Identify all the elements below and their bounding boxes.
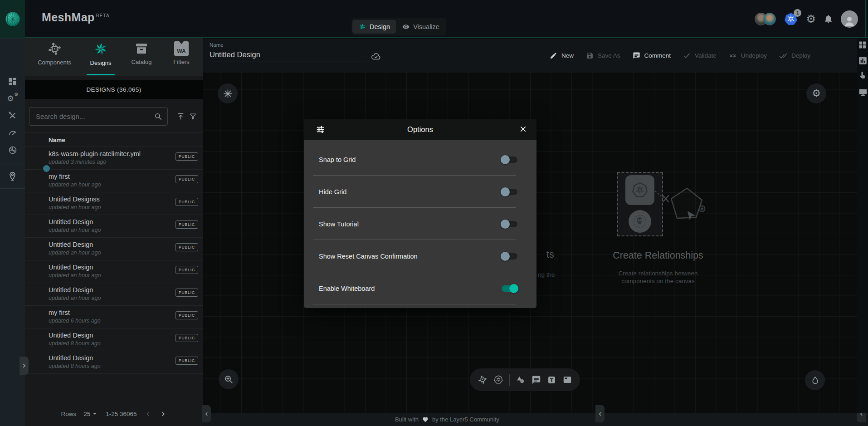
add-component-tool[interactable] <box>478 375 488 385</box>
k8s-context-count-badge: 1 <box>794 9 801 17</box>
kubernetes-icon <box>631 181 649 199</box>
canvas-options-button[interactable]: ⚙ <box>806 83 826 103</box>
right-rail-metrics[interactable] <box>858 56 867 65</box>
occluded-onboarding-heading-fragment: ts <box>546 249 554 260</box>
design-list-item[interactable]: k8s-wasm-plugin-ratelimiter.yml updated … <box>25 147 203 170</box>
notifications-bell-icon[interactable] <box>824 14 833 24</box>
kubernetes-tool[interactable] <box>493 375 503 385</box>
meshery-spiral-icon <box>358 23 366 31</box>
design-list-item[interactable]: Untitled Design updated an hour ago PUBL… <box>25 283 203 306</box>
zoom-in-button[interactable] <box>219 369 239 389</box>
tab-components-label: Components <box>38 59 71 66</box>
media-tool[interactable] <box>562 375 572 385</box>
design-header-bar: Name New Save As Comment Validate Undepl… <box>203 39 868 73</box>
design-name-input[interactable] <box>210 50 365 62</box>
right-rail-interact[interactable] <box>858 70 867 80</box>
top-header: MeshMapBETA Design Visualize <box>0 0 868 38</box>
sidebar-item-performance[interactable] <box>0 128 25 138</box>
comment-button[interactable]: Comment <box>633 52 671 59</box>
save-as-button[interactable]: Save As <box>586 52 620 59</box>
right-rail-display[interactable] <box>858 88 867 97</box>
rail-divider <box>0 39 25 39</box>
eyedropper-button[interactable] <box>805 370 825 390</box>
bottom-panel-collapse-left[interactable] <box>202 405 211 422</box>
toggle-show-reset-canvas-confirmation[interactable] <box>501 252 518 261</box>
visibility-badge: PUBLIC <box>176 357 198 365</box>
k8s-context-switcher[interactable]: 1 <box>784 12 798 26</box>
mode-toggle: Design Visualize <box>351 18 446 35</box>
dashboard-icon <box>8 77 17 86</box>
user-avatar[interactable] <box>841 10 858 28</box>
active-tab-underline <box>87 74 115 75</box>
visibility-badge: PUBLIC <box>176 175 198 183</box>
next-page-button[interactable] <box>159 410 167 418</box>
design-list-item[interactable]: Untitled Designss updated an hour ago PU… <box>25 192 203 215</box>
design-name-label: Name <box>210 42 224 48</box>
prev-page-button[interactable] <box>144 410 152 418</box>
freeze-layout-button[interactable] <box>218 83 238 103</box>
sidebar-item-lifecycle[interactable]: ⚙⚙ <box>0 93 25 104</box>
bottom-panel-collapse-mid[interactable] <box>595 405 605 422</box>
design-list-item[interactable]: my first updated an hour ago PUBLIC <box>25 170 203 192</box>
import-design-icon[interactable] <box>176 112 185 121</box>
right-rail-dashboard[interactable] <box>858 40 867 49</box>
sidebar-item-meshmap[interactable] <box>0 171 25 182</box>
sidebar-item-dashboard[interactable] <box>0 77 25 86</box>
page-size-select[interactable]: 25 <box>83 410 98 417</box>
design-list-item[interactable]: Untitled Design updated 8 hours ago PUBL… <box>25 328 203 351</box>
toggle-knob <box>501 252 510 261</box>
design-list-item[interactable]: Untitled Design updated an hour ago PUBL… <box>25 238 203 260</box>
shapes-tool[interactable] <box>516 375 526 385</box>
tab-components[interactable]: Components <box>34 41 75 66</box>
design-list-item[interactable]: Untitled Design updated an hour ago PUBL… <box>25 260 203 283</box>
cloud-saved-icon <box>371 51 381 62</box>
design-name: Untitled Design <box>49 264 93 271</box>
text-tool[interactable] <box>547 375 556 385</box>
image-icon <box>562 375 572 385</box>
chevron-left-icon <box>597 411 603 417</box>
sidebar-item-service-mesh[interactable] <box>0 145 25 155</box>
rail-expand-button[interactable] <box>20 357 29 375</box>
tab-catalog[interactable]: Catalog <box>121 41 162 65</box>
filter-icon[interactable] <box>189 113 197 120</box>
close-icon[interactable] <box>519 125 527 133</box>
settings-gear-icon[interactable]: ⚙ <box>806 14 816 24</box>
toggle-snap-to-grid[interactable] <box>501 155 518 164</box>
undeploy-button[interactable]: Undeploy <box>729 52 767 60</box>
app-title: MeshMapBETA <box>42 11 110 24</box>
tab-design[interactable]: Design <box>352 20 396 34</box>
comment-tool[interactable] <box>532 375 541 385</box>
tab-visualize[interactable]: Visualize <box>396 20 445 34</box>
tab-designs[interactable]: Designs <box>80 41 121 66</box>
search-input[interactable] <box>29 107 168 126</box>
design-list-item[interactable]: Untitled Design updated 8 hours ago PUBL… <box>25 351 203 374</box>
toggle-enable-whiteboard[interactable] <box>501 284 518 293</box>
eye-icon <box>402 23 410 31</box>
sidebar-item-configuration[interactable] <box>0 111 25 120</box>
collaborator-avatars[interactable] <box>755 13 776 25</box>
tab-filters[interactable]: WA Filters <box>161 41 202 65</box>
validate-button[interactable]: Validate <box>683 52 717 59</box>
design-name: Untitled Design <box>49 332 93 339</box>
toggle-hide-grid[interactable] <box>501 187 518 196</box>
design-actions-toolbar: New Save As Comment Validate Undeploy De… <box>550 39 810 73</box>
comment-icon <box>532 375 541 385</box>
design-list-item[interactable]: Untitled Design updated an hour ago PUBL… <box>25 215 203 238</box>
name-column-label: Name <box>49 137 65 143</box>
deploy-button[interactable]: Deploy <box>779 52 810 60</box>
design-name: k8s-wasm-plugin-ratelimiter.yml <box>49 150 141 157</box>
toggle-knob <box>509 284 518 293</box>
toggle-show-tutorial[interactable] <box>501 220 518 229</box>
new-button[interactable]: New <box>550 52 574 59</box>
touch-icon <box>858 70 867 80</box>
double-check-icon <box>779 52 787 60</box>
designs-section-title: DESIGNS (36,065) <box>25 80 203 99</box>
collaborator-avatar-2[interactable] <box>763 13 776 25</box>
toggle-knob <box>501 220 510 229</box>
option-row: Snap to Grid <box>304 143 536 176</box>
layer5-logo[interactable] <box>0 0 25 38</box>
search-icon[interactable] <box>154 112 162 121</box>
wasm-alien-icon <box>632 214 648 229</box>
design-list-item[interactable]: my first updated 6 hours ago PUBLIC <box>25 306 203 328</box>
wasm-filter-icon: WA <box>174 41 189 56</box>
